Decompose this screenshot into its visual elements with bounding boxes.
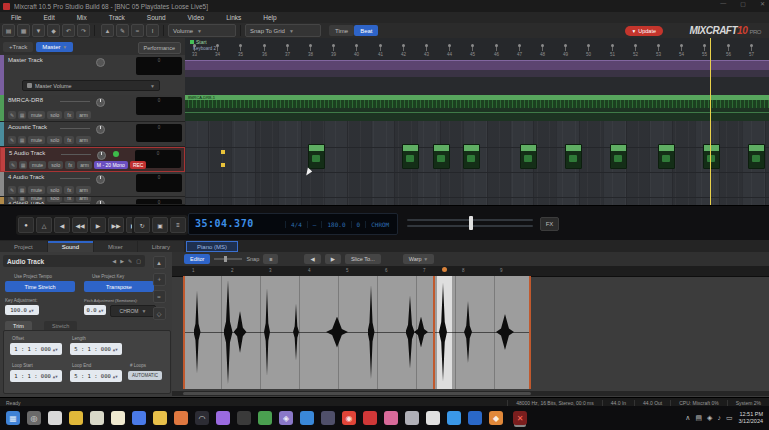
clip-header[interactable]	[611, 145, 626, 151]
taskbar-icon[interactable]	[447, 411, 461, 425]
transport-button[interactable]: ◀◀	[72, 217, 88, 233]
editor-tool-icon[interactable]: ≈	[153, 290, 166, 303]
fx-button[interactable]: fx	[64, 186, 74, 194]
audio-clip-small[interactable]	[433, 144, 450, 169]
pencil-icon[interactable]: ✎	[8, 111, 16, 119]
track-fader[interactable]	[60, 101, 90, 102]
menu-item[interactable]: Links	[215, 14, 252, 21]
taskbar-icon[interactable]: ◎	[27, 411, 41, 425]
transport-button[interactable]: ▶	[90, 217, 106, 233]
audio-clip-small[interactable]	[565, 144, 582, 169]
taskbar-icon[interactable]	[90, 411, 104, 425]
timecode-display[interactable]: 35:04.370 4/4 — 180.0 0 CHROM	[188, 213, 398, 235]
fx-button[interactable]: fx	[64, 136, 74, 144]
pan-knob[interactable]	[96, 175, 105, 184]
audio-clip-small[interactable]	[658, 144, 675, 169]
bottom-tab[interactable]: Library	[138, 241, 184, 252]
track-row[interactable]: 5 Audio Track 0 ✎ ▦ mute solo fx	[0, 147, 185, 172]
warp-dropdown[interactable]: Warp ▼	[403, 254, 434, 264]
menu-item[interactable]: Track	[98, 14, 136, 21]
header-icon[interactable]: ✎	[128, 258, 132, 264]
grid-icon[interactable]: ▦	[18, 111, 26, 119]
tempo-readout[interactable]: 180.0	[321, 221, 350, 228]
transport-button[interactable]: ▶▶	[108, 217, 124, 233]
track-fader[interactable]	[61, 154, 91, 155]
bottom-tab[interactable]: Mixer	[94, 241, 137, 252]
taskbar-icon[interactable]: ◠	[195, 411, 209, 425]
tray-icon[interactable]: ▭	[726, 414, 733, 422]
clip-header[interactable]	[659, 145, 674, 151]
audio-clip-small[interactable]	[463, 144, 480, 169]
length-field[interactable]: 5 : 1 : 000▲▼	[70, 343, 122, 355]
tray-icon[interactable]: ◈	[707, 414, 712, 422]
audio-clip-small[interactable]	[308, 144, 325, 169]
menu-item[interactable]: Sound	[136, 14, 177, 21]
automation-type-dropdown[interactable]: Volume▼	[168, 24, 236, 37]
taskbar-icon[interactable]: ◉	[342, 411, 356, 425]
taskbar-icon[interactable]	[363, 411, 377, 425]
division-readout[interactable]: 0	[351, 221, 366, 228]
menu-item[interactable]: Video	[177, 14, 216, 21]
clip-header[interactable]	[566, 145, 581, 151]
mute-button[interactable]: mute	[28, 111, 45, 119]
mute-button[interactable]: mute	[28, 186, 45, 194]
pitch-adjust-field[interactable]: 0.0▲▼	[84, 305, 106, 315]
tray-icon[interactable]: ▤	[695, 414, 702, 422]
master-automation-lane[interactable]	[185, 70, 769, 77]
grid-icon[interactable]: ▦	[18, 186, 26, 194]
start-marker[interactable]: Start	[190, 39, 207, 45]
taskbar-icon[interactable]	[69, 411, 83, 425]
transport-button[interactable]: ●	[18, 217, 34, 233]
time-mode-button[interactable]: Time	[329, 25, 354, 36]
volume-knob[interactable]	[96, 58, 105, 67]
taskbar-icon[interactable]: ◈	[279, 411, 293, 425]
tool-icon[interactable]: ≈	[131, 24, 144, 37]
taskbar-icon[interactable]	[384, 411, 398, 425]
arm-button[interactable]: arm	[76, 197, 91, 202]
track-row[interactable]: 8MRCA-DR8 0 ✎ ▦ mute solo fx	[0, 95, 185, 122]
slider-handle[interactable]	[469, 216, 473, 230]
toolbar-icon[interactable]: ▦	[17, 24, 30, 37]
tool-icon[interactable]: Ι	[146, 24, 159, 37]
waveform-canvas[interactable]	[183, 276, 531, 389]
clip-header[interactable]	[749, 145, 764, 151]
pan-knob[interactable]	[97, 151, 106, 160]
audio-clip-small[interactable]	[610, 144, 627, 169]
grid-icon[interactable]: ▦	[19, 161, 27, 169]
snap-to-grid-dropdown[interactable]: Snap To Grid▼	[245, 24, 321, 37]
arm-button[interactable]: arm	[77, 161, 92, 169]
region-boundary[interactable]	[433, 276, 435, 389]
solo-button[interactable]: solo	[47, 186, 62, 194]
clip-header[interactable]	[403, 145, 418, 151]
taskbar-icon[interactable]	[216, 411, 230, 425]
taskbar-clock[interactable]: 12:51 PM 3/12/2024	[739, 411, 763, 425]
loop-marker[interactable]	[221, 163, 225, 167]
solo-button[interactable]: solo	[47, 111, 62, 119]
editor-button[interactable]: Editor	[184, 254, 210, 264]
clip-header[interactable]	[521, 145, 536, 151]
master-track-dropdown[interactable]: Master ▼	[36, 42, 73, 52]
sound-editor-tab[interactable]: Piano (MS)	[186, 241, 238, 252]
taskbar-icon[interactable]	[48, 411, 62, 425]
transport-mode-button[interactable]: ≡	[170, 217, 186, 233]
playhead[interactable]	[710, 38, 711, 205]
add-track-button[interactable]: +Track	[3, 42, 33, 52]
taskbar-icon[interactable]: ◆	[489, 411, 503, 425]
toolbar-icon[interactable]: ↷	[77, 24, 90, 37]
master-track-row[interactable]: Master Track 0 Master Volume ▼	[0, 55, 185, 96]
input-badge[interactable]: M - 20 Mono	[94, 161, 128, 169]
pan-knob[interactable]	[96, 125, 105, 134]
audio-clip-small[interactable]	[703, 144, 720, 169]
tool-icon[interactable]: ▲	[101, 24, 114, 37]
toolbar-icon[interactable]: ▼	[32, 24, 45, 37]
editor-tool-icon[interactable]: ▲	[153, 256, 166, 269]
editor-scrollbar[interactable]	[172, 391, 769, 396]
loop-start-field[interactable]: 1 : 1 : 000▲▼	[10, 370, 62, 382]
trim-tab[interactable]: Trim	[5, 321, 32, 330]
bottom-tab[interactable]: Sound	[48, 241, 93, 252]
offset-field[interactable]: 1 : 1 : 000▲▼	[10, 343, 62, 355]
timeline[interactable]: 33 34 35 36 37 38 39 40	[185, 38, 769, 205]
audio-clip-small[interactable]	[520, 144, 537, 169]
arm-button[interactable]: arm	[76, 186, 91, 194]
nav-forward-button[interactable]: ▶	[325, 254, 341, 264]
